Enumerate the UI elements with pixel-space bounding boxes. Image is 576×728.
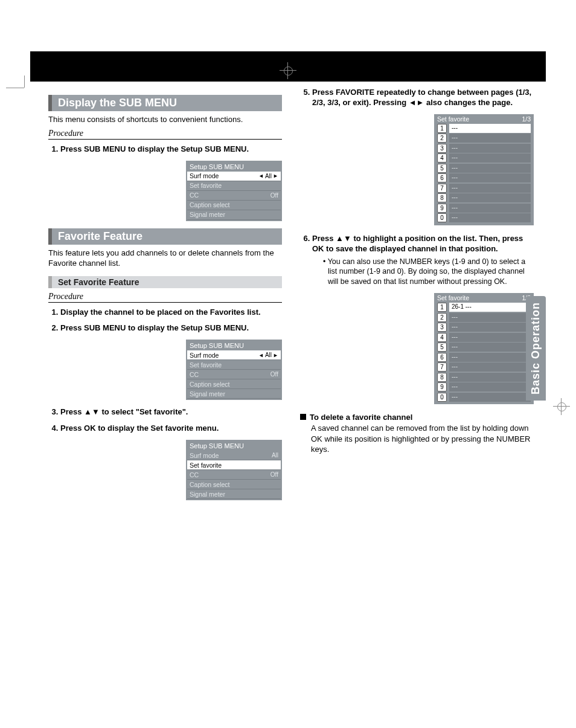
delete-favorite-body: A saved channel can be removed from the … [311,423,534,455]
fav-step-2: Press SUB MENU to display the Setup SUB … [60,323,282,333]
fav-step-4: Press OK to display the Set favorite men… [60,424,282,434]
menu-row-caption-select: Caption select [187,201,281,210]
section-display-sub-menu: Display the SUB MENU [48,95,282,111]
registration-mark [553,398,570,415]
set-favorite-list-2: Set favorite1/3 126-1 --- 2--- 3--- 4---… [434,293,534,404]
procedure-label: Procedure [48,292,282,303]
registration-mark [280,62,296,79]
fav-step-1: Display the channel to be placed on the … [60,308,282,318]
menu-row-surf-mode: Surf mode ◄All► [187,172,281,181]
menu-row-cc: CCOff [187,191,281,201]
delete-favorite-heading: To delete a favorite channel [300,413,534,422]
step-1: Press SUB MENU to display the Setup SUB … [60,144,282,155]
procedure-label: Procedure [48,129,282,140]
fav-step-5: Press FAVORITE repeatedly to change betw… [312,88,534,108]
fav-step-3: Press ▲▼ to select "Set favorite". [60,407,282,417]
fav-step-6: Press ▲▼ to highlight a position on the … [312,234,534,287]
setup-sub-menu-3: Setup SUB MENU Surf modeAll Set favorite… [186,440,282,500]
set-favorite-list-1: Set favorite1/3 1--- 2--- 3--- 4--- 5---… [434,114,534,225]
subsection-set-favorite: Set Favorite Feature [48,276,282,288]
menu-row-signal-meter: Signal meter [187,210,281,220]
crop-mark [6,76,30,100]
setup-sub-menu-2: Setup SUB MENU Surf mode ◄All► Set favor… [186,340,282,400]
side-tab-basic-operation: Basic Operation [526,296,546,401]
menu-row-set-favorite: Set favorite [187,181,281,191]
section1-intro: This menu consists of shortcuts to conve… [48,115,282,125]
section-favorite-feature: Favorite Feature [48,228,282,245]
step6-note: • You can also use the NUMBER keys (1-9 … [328,257,534,288]
menu-title: Setup SUB MENU [187,162,281,172]
section2-intro: This feature lets you add channels to or… [48,248,282,269]
setup-sub-menu-1: Setup SUB MENU Surf mode ◄All► Set favor… [186,161,282,221]
